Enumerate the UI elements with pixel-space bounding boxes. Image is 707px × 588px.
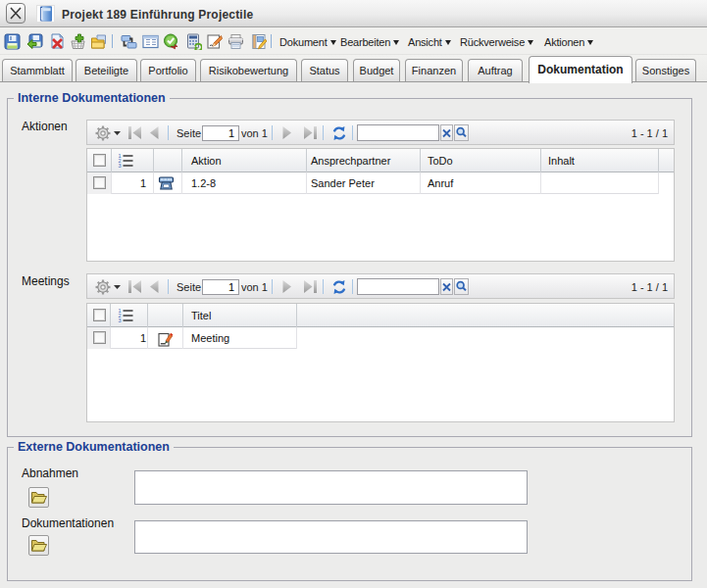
svg-text:3: 3 [119,318,122,323]
svg-text:3: 3 [119,163,122,169]
